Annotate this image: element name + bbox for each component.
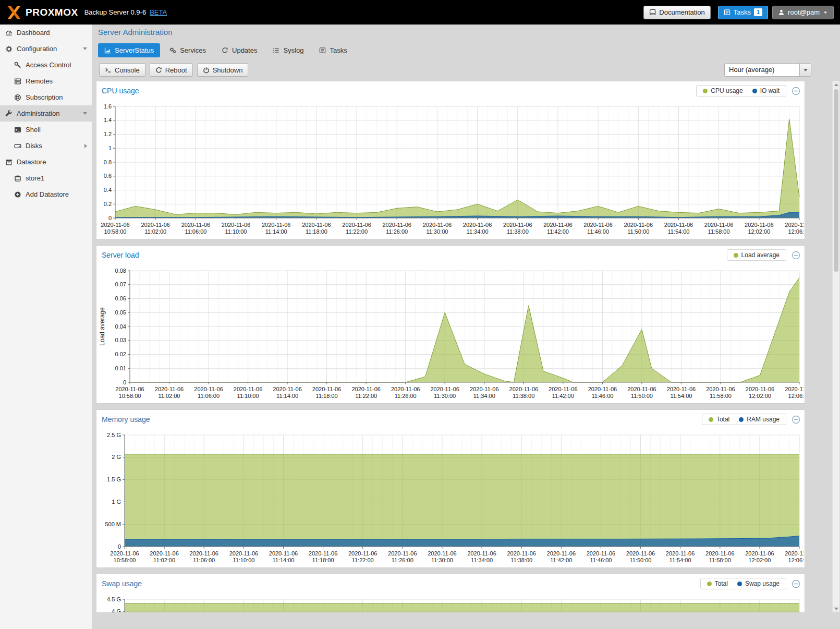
sidebar-item-access-control[interactable]: Access Control — [0, 57, 92, 73]
sidebar-item-add-datastore[interactable]: Add Datastore — [0, 186, 92, 202]
page-title: Server Administration — [98, 28, 173, 37]
sidebar-item-remotes[interactable]: Remotes — [0, 73, 92, 89]
archive-icon — [5, 159, 13, 166]
tasks-button[interactable]: Tasks 1 — [718, 6, 768, 19]
collapse-chart-button[interactable] — [792, 251, 800, 260]
reboot-label: Reboot — [165, 66, 187, 74]
svg-text:2.5 G: 2.5 G — [107, 432, 121, 438]
svg-text:2020-11-0611:50:00: 2020-11-0611:50:00 — [626, 550, 655, 563]
collapse-chart-button[interactable] — [792, 579, 800, 588]
svg-text:2020-11-0611:46:00: 2020-11-0611:46:00 — [588, 386, 617, 399]
legend-dot-icon — [709, 417, 713, 422]
top-header: PROXMOX Backup Server 0.9-6 BETA Documen… — [0, 0, 840, 25]
beta-link[interactable]: BETA — [150, 8, 167, 16]
documentation-button[interactable]: Documentation — [643, 6, 710, 19]
svg-text:2020-11-0611:58:00: 2020-11-0611:58:00 — [704, 222, 733, 235]
svg-text:2020-11-0610:58:00: 2020-11-0610:58:00 — [101, 222, 129, 235]
sidebar-item-label: Remotes — [26, 77, 53, 85]
legend-item-cpu-usage[interactable]: CPU usage — [703, 87, 742, 94]
legend-dot-icon — [752, 89, 757, 93]
chart-plot: 0500 M1 G1.5 G2 G2.5 G3 G3.5 G4 G4.5 G20… — [96, 593, 804, 612]
svg-text:2020-11-0611:34:00: 2020-11-0611:34:00 — [463, 222, 492, 235]
svg-text:1.6: 1.6 — [104, 103, 112, 110]
console-icon — [105, 67, 112, 74]
sidebar-item-subscription[interactable]: Subscription — [0, 89, 92, 105]
svg-text:2020-11-0611:54:00: 2020-11-0611:54:00 — [667, 386, 696, 399]
svg-text:1: 1 — [108, 145, 112, 151]
hdd-icon — [14, 142, 21, 150]
refresh-icon — [222, 47, 228, 54]
tasks-count-badge: 1 — [754, 8, 762, 16]
chart-header: Server loadLoad average — [96, 246, 805, 264]
legend-item-ram-usage[interactable]: RAM usage — [739, 416, 780, 423]
timeframe-select[interactable]: Hour (average) — [724, 63, 811, 77]
console-label: Console — [115, 66, 140, 74]
svg-text:2020-11-0612:02:00: 2020-11-0612:02:00 — [745, 550, 774, 563]
sidebar-item-configuration[interactable]: Configuration — [0, 41, 92, 57]
legend-item-total[interactable]: Total — [709, 416, 729, 423]
sidebar-item-datastore[interactable]: Datastore — [0, 154, 92, 170]
console-button[interactable]: Console — [99, 63, 145, 77]
tab-services[interactable]: Services — [163, 43, 212, 57]
svg-text:4.5 G: 4.5 G — [107, 596, 121, 602]
chart-legend: Load average — [727, 249, 786, 261]
reboot-button[interactable]: Reboot — [150, 63, 193, 77]
chart-legend: TotalSwap usage — [700, 578, 786, 589]
dashboard-icon — [5, 29, 13, 37]
tab-tasks[interactable]: Tasks — [313, 43, 353, 57]
svg-text:2020-11-0611:26:00: 2020-11-0611:26:00 — [382, 222, 411, 235]
tab-bar: ServerStatusServicesUpdatesSyslogTasks — [98, 43, 354, 57]
svg-text:2020-11-0611:18:00: 2020-11-0611:18:00 — [312, 386, 341, 399]
svg-text:2020-11-0612:06:00: 2020-11-0612:06:00 — [785, 222, 804, 235]
tab-label: Services — [180, 46, 206, 54]
svg-text:2020-11-0611:54:00: 2020-11-0611:54:00 — [664, 222, 693, 235]
legend-item-io-wait[interactable]: IO wait — [752, 87, 780, 94]
legend-dot-icon — [707, 582, 712, 586]
tab-label: Updates — [232, 46, 257, 54]
vertical-scrollbar[interactable] — [832, 81, 839, 612]
svg-text:2020-11-0611:22:00: 2020-11-0611:22:00 — [348, 550, 377, 563]
legend-item-load-average[interactable]: Load average — [734, 251, 780, 259]
legend-dot-icon — [703, 89, 708, 93]
legend-item-swap-usage[interactable]: Swap usage — [737, 580, 780, 587]
legend-item-total[interactable]: Total — [707, 580, 728, 587]
scroll-up-arrow-icon[interactable] — [833, 81, 839, 88]
sidebar-item-label: Subscription — [26, 93, 63, 101]
user-menu-button[interactable]: root@pam — [772, 6, 834, 19]
legend-label: IO wait — [760, 87, 780, 94]
svg-text:2020-11-0611:22:00: 2020-11-0611:22:00 — [351, 386, 380, 399]
sidebar-item-disks[interactable]: Disks — [0, 138, 92, 154]
combo-dropdown-trigger[interactable] — [799, 64, 811, 76]
svg-text:2020-11-0611:50:00: 2020-11-0611:50:00 — [627, 386, 656, 399]
tab-syslog[interactable]: Syslog — [266, 43, 310, 57]
svg-text:2020-11-0611:02:00: 2020-11-0611:02:00 — [141, 222, 169, 235]
gear-icon — [5, 45, 13, 53]
database-icon — [14, 175, 21, 182]
svg-text:0.04: 0.04 — [115, 323, 126, 330]
svg-text:2020-11-0611:42:00: 2020-11-0611:42:00 — [547, 550, 576, 563]
sidebar-item-shell[interactable]: Shell — [0, 122, 92, 138]
legend-dot-icon — [739, 417, 744, 422]
user-label: root@pam — [788, 8, 820, 16]
tab-serverstatus[interactable]: ServerStatus — [98, 43, 160, 57]
svg-text:2020-11-0611:50:00: 2020-11-0611:50:00 — [624, 222, 653, 235]
proxmox-backup-server-window: PROXMOX Backup Server 0.9-6 BETA Documen… — [0, 0, 840, 629]
tab-updates[interactable]: Updates — [215, 43, 263, 57]
svg-text:2020-11-0611:26:00: 2020-11-0611:26:00 — [391, 386, 420, 399]
sidebar-item-label: store1 — [26, 174, 44, 182]
collapse-chart-button[interactable] — [792, 415, 800, 424]
collapse-chart-button[interactable] — [792, 87, 800, 95]
sidebar-item-store1[interactable]: store1 — [0, 170, 92, 186]
sidebar-item-dashboard[interactable]: Dashboard — [0, 25, 92, 41]
chart-legend: TotalRAM usage — [702, 414, 786, 425]
sidebar-item-label: Dashboard — [17, 29, 50, 37]
server-icon — [14, 78, 21, 85]
tasks-icon — [724, 9, 731, 16]
legend-label: CPU usage — [711, 87, 742, 94]
chart-title: Swap usage — [102, 579, 142, 588]
sidebar-item-administration[interactable]: Administration — [0, 105, 92, 122]
scroll-down-arrow-icon[interactable] — [833, 605, 839, 612]
legend-dot-icon — [734, 253, 738, 258]
shutdown-button[interactable]: Shutdown — [197, 63, 249, 77]
scrollbar-thumb[interactable] — [834, 89, 838, 272]
